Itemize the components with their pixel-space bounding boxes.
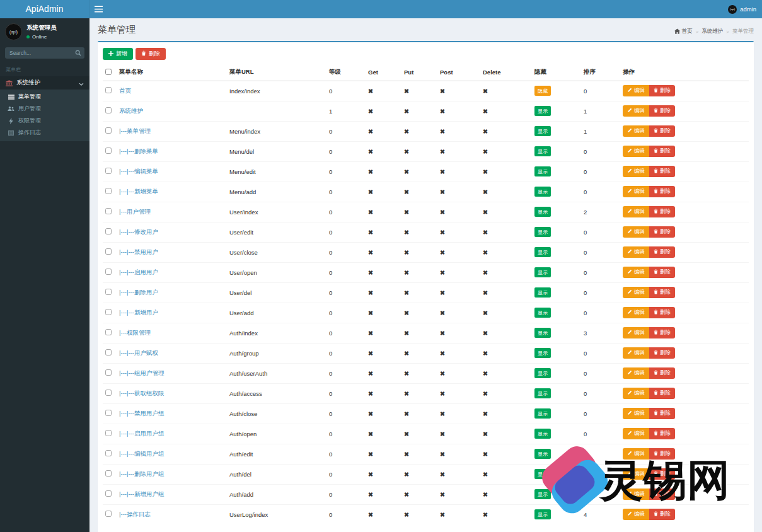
sidebar-item-menu-bars[interactable]: 菜单管理 (0, 91, 89, 103)
row-checkbox[interactable] (105, 329, 112, 335)
add-button[interactable]: 新增 (103, 48, 133, 60)
menu-name-link[interactable]: |---|---新增用户组 (119, 490, 164, 497)
menu-name-link[interactable]: |---|---删除用户组 (119, 470, 164, 477)
edit-button[interactable]: 编辑 (623, 146, 649, 157)
row-delete-button[interactable]: 删除 (649, 408, 675, 419)
breadcrumb-system[interactable]: 系统维护 (701, 28, 723, 35)
visibility-badge[interactable]: 显示 (534, 429, 551, 439)
sidebar-item-log[interactable]: 操作日志 (0, 127, 89, 139)
visibility-badge[interactable]: 显示 (534, 146, 551, 156)
menu-name-link[interactable]: |---用户管理 (119, 208, 151, 215)
edit-button[interactable]: 编辑 (623, 125, 649, 137)
row-delete-button[interactable]: 删除 (649, 166, 675, 177)
row-checkbox[interactable] (105, 147, 112, 154)
row-checkbox[interactable] (105, 390, 112, 396)
row-checkbox[interactable] (105, 248, 112, 255)
menu-name-link[interactable]: |---|---启用用户组 (119, 430, 164, 437)
row-delete-button[interactable]: 删除 (649, 307, 675, 318)
row-checkbox[interactable] (105, 228, 112, 234)
menu-name-link[interactable]: |---菜单管理 (119, 127, 151, 134)
row-delete-button[interactable]: 删除 (649, 388, 675, 399)
edit-button[interactable]: 编辑 (623, 226, 649, 238)
sidebar-item-users[interactable]: 用户管理 (0, 103, 89, 115)
visibility-badge[interactable]: 显示 (534, 227, 551, 237)
visibility-badge[interactable]: 显示 (534, 348, 551, 358)
bulk-delete-button[interactable]: 删除 (136, 48, 166, 60)
row-checkbox[interactable] (105, 87, 112, 93)
visibility-badge[interactable]: 隐藏 (534, 86, 551, 96)
row-delete-button[interactable]: 删除 (649, 105, 675, 117)
menu-name-link[interactable]: |---|---禁用用户 (119, 248, 158, 255)
row-delete-button[interactable]: 删除 (649, 246, 675, 258)
select-all-checkbox[interactable] (105, 69, 112, 75)
menu-name-link[interactable]: |---|---修改用户 (119, 228, 158, 235)
visibility-badge[interactable]: 显示 (534, 328, 551, 338)
row-checkbox[interactable] (105, 289, 112, 295)
edit-button[interactable]: 编辑 (623, 267, 649, 278)
row-delete-button[interactable]: 删除 (649, 267, 675, 278)
visibility-badge[interactable]: 显示 (534, 247, 551, 257)
menu-name-link[interactable]: |---|---新增用户 (119, 309, 158, 316)
row-delete-button[interactable]: 删除 (649, 85, 675, 96)
visibility-badge[interactable]: 显示 (534, 287, 551, 298)
menu-name-link[interactable]: |---操作日志 (119, 511, 151, 518)
navbar-user-menu[interactable]: (api) admin (728, 0, 756, 18)
search-button[interactable] (72, 47, 84, 59)
edit-button[interactable]: 编辑 (623, 327, 649, 338)
row-checkbox[interactable] (105, 269, 112, 275)
menu-name-link[interactable]: |---|---禁用用户组 (119, 410, 164, 417)
sidebar-item-system-maintenance[interactable]: 系统维护 (0, 76, 89, 90)
row-checkbox[interactable] (105, 369, 112, 376)
sidebar-item-bolt[interactable]: 权限管理 (0, 115, 89, 127)
menu-name-link[interactable]: |---|---编辑菜单 (119, 168, 158, 175)
menu-name-link[interactable]: |---权限管理 (119, 329, 151, 336)
row-delete-button[interactable]: 删除 (649, 327, 675, 338)
row-delete-button[interactable]: 删除 (649, 206, 675, 217)
menu-name-link[interactable]: |---|---组用户管理 (119, 369, 164, 376)
row-checkbox[interactable] (105, 450, 112, 456)
edit-button[interactable]: 编辑 (623, 85, 649, 96)
breadcrumb-home[interactable]: 首页 (674, 28, 693, 35)
menu-name-link[interactable]: |---|---删除用户 (119, 289, 158, 296)
row-checkbox[interactable] (105, 511, 112, 517)
row-checkbox[interactable] (105, 208, 112, 214)
row-checkbox[interactable] (105, 168, 112, 174)
edit-button[interactable]: 编辑 (623, 287, 649, 298)
edit-button[interactable]: 编辑 (623, 428, 649, 439)
search-input[interactable] (5, 47, 72, 59)
brand-logo[interactable]: ApiAdmin (0, 0, 89, 18)
edit-button[interactable]: 编辑 (623, 105, 649, 117)
sidebar-toggle-button[interactable] (89, 0, 107, 18)
row-checkbox[interactable] (105, 188, 112, 194)
edit-button[interactable]: 编辑 (623, 307, 649, 318)
row-delete-button[interactable]: 删除 (649, 186, 675, 197)
edit-button[interactable]: 编辑 (623, 206, 649, 217)
visibility-badge[interactable]: 显示 (534, 388, 551, 398)
menu-name-link[interactable]: |---|---新增菜单 (119, 188, 158, 195)
row-checkbox[interactable] (105, 430, 112, 436)
row-checkbox[interactable] (105, 309, 112, 315)
row-delete-button[interactable]: 删除 (649, 125, 675, 137)
menu-name-link[interactable]: 系统维护 (119, 107, 143, 114)
edit-button[interactable]: 编辑 (623, 408, 649, 419)
edit-button[interactable]: 编辑 (623, 367, 649, 379)
menu-name-link[interactable]: |---|---启用用户 (119, 269, 158, 275)
row-checkbox[interactable] (105, 410, 112, 416)
edit-button[interactable]: 编辑 (623, 347, 649, 359)
edit-button[interactable]: 编辑 (623, 166, 649, 177)
row-delete-button[interactable]: 删除 (649, 428, 675, 439)
visibility-badge[interactable]: 显示 (534, 106, 551, 116)
row-checkbox[interactable] (105, 349, 112, 356)
row-delete-button[interactable]: 删除 (649, 367, 675, 379)
menu-name-link[interactable]: |---|---用户赋权 (119, 349, 158, 356)
edit-button[interactable]: 编辑 (623, 388, 649, 399)
row-delete-button[interactable]: 删除 (649, 287, 675, 298)
edit-button[interactable]: 编辑 (623, 186, 649, 197)
menu-name-link[interactable]: |---|---删除菜单 (119, 147, 158, 154)
visibility-badge[interactable]: 显示 (534, 187, 551, 197)
row-checkbox[interactable] (105, 490, 112, 497)
visibility-badge[interactable]: 显示 (534, 308, 551, 318)
row-delete-button[interactable]: 删除 (649, 146, 675, 157)
menu-name-link[interactable]: 首页 (119, 87, 131, 94)
visibility-badge[interactable]: 显示 (534, 166, 551, 176)
